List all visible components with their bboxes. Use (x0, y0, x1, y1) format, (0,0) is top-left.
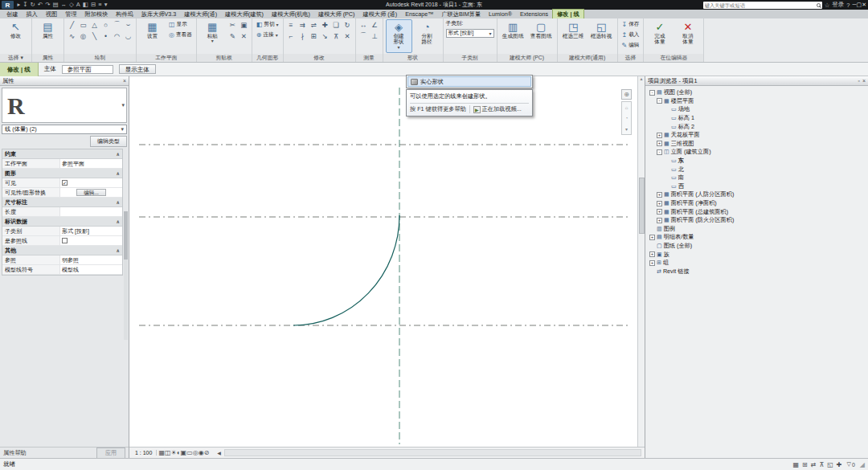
tab-enscape[interactable]: Enscape™ (401, 10, 437, 18)
solid-form-menu-item[interactable]: 实心形状 (407, 76, 531, 87)
open-icon[interactable]: ▸ (18, 1, 21, 8)
model-arc-line[interactable] (293, 215, 399, 325)
prop-value-length[interactable] (60, 207, 122, 216)
tree-item-图纸-(全部)[interactable]: ▢图纸 (全部) (647, 242, 868, 251)
tab-insert[interactable]: 插入 (22, 10, 41, 18)
type-selector[interactable]: R ▾ (2, 88, 127, 123)
box-3d-button[interactable]: ◳框选三维 (560, 19, 587, 53)
tree-item-明细表/数量[interactable]: +▤明细表/数量 (647, 233, 868, 242)
tree-item-Revit-链接[interactable]: ⇄Revit 链接 (647, 267, 868, 276)
sync-icon[interactable]: ↻ (31, 1, 35, 8)
measure-icon[interactable]: ↔ (61, 1, 68, 8)
is-reference-line-checkbox-unchecked[interactable] (62, 238, 68, 243)
delete-clip-icon[interactable]: ✕ (239, 31, 249, 41)
expand-icon[interactable]: + (657, 201, 662, 206)
revit-logo-icon[interactable]: R (2, 1, 14, 9)
array-icon[interactable]: ⊞ (309, 31, 319, 41)
view-sheet-button[interactable]: ▢查看图纸 (528, 19, 555, 53)
face-select-toggle-icon[interactable]: ◱ (827, 461, 833, 468)
tree-item-北[interactable]: ▭北 (647, 165, 868, 174)
load-selection-button[interactable]: ↥载入 (620, 30, 641, 39)
collapse-icon[interactable]: - (649, 90, 655, 96)
tree-item-南[interactable]: ▭南 (647, 174, 868, 182)
chevron-down-icon[interactable]: ▾ (121, 102, 125, 108)
generate-sheet-button[interactable]: ▥生成图纸 (500, 19, 526, 53)
tree-item-三维视图[interactable]: +▦三维视图 (647, 140, 868, 149)
favorites-star-icon[interactable]: ☆ (825, 2, 830, 9)
properties-help-link[interactable]: 属性帮助 (3, 449, 27, 457)
edit-selection-button[interactable]: ✎编辑 (620, 40, 641, 50)
draw-polygon-icon[interactable]: △ (89, 19, 100, 30)
collapse-icon[interactable]: ∧ (116, 170, 120, 176)
draw-fillet-arc-icon[interactable]: ⌣ (123, 19, 133, 30)
trim-icon[interactable]: ⌐ (286, 31, 297, 41)
apply-button[interactable]: 应用 (96, 448, 125, 459)
canvas-vertical-scrollbar[interactable]: ▲ (637, 76, 645, 447)
match-type-icon[interactable]: ✎ (227, 31, 238, 41)
prop-value-visible[interactable]: ✓ (60, 178, 122, 187)
tree-item-视图-(全部)[interactable]: -▤视图 (全部) (647, 88, 868, 97)
collapse-icon[interactable]: ∧ (116, 247, 120, 253)
expand-icon[interactable]: + (649, 260, 655, 266)
tree-item-组[interactable]: +⊞组 (647, 259, 868, 268)
navigation-tool-icon-1[interactable]: ⌂ (625, 105, 628, 110)
mirror-icon[interactable]: ⇌ (309, 19, 319, 30)
navigation-tool-icon-2[interactable]: ◔ (625, 116, 628, 121)
section-icon[interactable]: ⊟ (91, 1, 96, 8)
tree-item-标高-2[interactable]: ▭标高 2 (647, 122, 868, 131)
box-view-button[interactable]: ◱框选转视 (588, 19, 615, 53)
view-scale-button[interactable]: 1 : 100 (131, 450, 157, 456)
tree-item-西[interactable]: ▭西 (647, 182, 868, 191)
prop-value-work-plane[interactable]: 参照平面 (60, 159, 122, 168)
show-work-plane-button[interactable]: ◫显示 (167, 19, 194, 29)
scroll-left-icon[interactable]: ◀ (217, 450, 221, 456)
cut-geometry-button[interactable]: ◧剪切▾ (255, 19, 280, 29)
prop-value-is-reference-line[interactable] (60, 236, 122, 245)
subcategory-select[interactable]: 形式 [投影]▾ (446, 29, 494, 38)
tab-addins[interactable]: 附加模块 (81, 10, 113, 18)
thin-lines-icon[interactable]: ≡ (98, 1, 101, 8)
properties-button[interactable]: ▤属性 (35, 19, 61, 53)
collapse-icon[interactable]: - (657, 149, 662, 155)
tab-component-dock[interactable]: 构件坞 (112, 10, 137, 18)
finish-mass-button[interactable]: ✓完成体量 (646, 19, 673, 53)
collapse-icon[interactable]: ∧ (116, 199, 120, 205)
copy-element-icon[interactable]: ❏ (331, 19, 342, 30)
redo-icon[interactable]: ↷ (45, 1, 50, 8)
pinned-select-toggle-icon[interactable]: ⊼ (819, 461, 824, 468)
draw-circle-icon[interactable]: ○ (100, 19, 111, 30)
float-panel-icon[interactable]: ▫ (858, 78, 859, 84)
temporary-hide-icon[interactable]: ◎ (193, 449, 199, 456)
tab-create[interactable]: 创建 (2, 10, 22, 18)
tree-item-面积平面-(防火分区面积)[interactable]: +▦面积平面 (防火分区面积) (647, 216, 868, 225)
visibility-overrides-button[interactable]: 编辑... (76, 189, 106, 196)
align-icon[interactable]: ≡ (286, 19, 297, 30)
aligned-dimension-icon[interactable]: ⌒ (358, 31, 369, 41)
expand-icon[interactable]: + (657, 133, 662, 138)
expand-icon[interactable]: + (657, 209, 662, 215)
link-select-toggle-icon[interactable]: ⇄ (811, 461, 817, 468)
scroll-up-icon[interactable]: ▲ (640, 76, 644, 81)
scrollbar-thumb[interactable] (639, 178, 645, 234)
reveal-hidden-icon[interactable]: ◉ (199, 449, 204, 456)
tab-glodon-bim[interactable]: 广联达BIM算量 (437, 10, 485, 18)
move-icon[interactable]: ✚ (320, 19, 330, 30)
tab-manage[interactable]: 管理 (61, 10, 80, 18)
draw-point-icon[interactable]: • (100, 31, 111, 41)
cancel-mass-button[interactable]: ✕取消体量 (674, 19, 701, 53)
canvas-horizontal-scrollbar[interactable] (224, 449, 641, 456)
work-plane-viewer-button[interactable]: ◎查看器 (167, 30, 194, 39)
expand-icon[interactable]: + (657, 192, 662, 198)
draw-tangent-arc-icon[interactable]: ◠ (112, 31, 122, 41)
tab-mds-mep[interactable]: 建模大师(机电) (268, 10, 314, 18)
tree-item-立面-(建筑立面)[interactable]: -◫立面 (建筑立面) (647, 148, 868, 157)
close-button[interactable]: ✕ (862, 2, 866, 7)
join-geometry-button[interactable]: ⊕连接▾ (255, 30, 280, 39)
undo-icon[interactable]: ↶ (38, 1, 43, 8)
3d-view-icon[interactable]: ◧ (83, 1, 88, 8)
collapse-icon[interactable]: ∧ (116, 151, 120, 157)
save-selection-button[interactable]: ↧保存 (620, 19, 641, 29)
set-work-plane-button[interactable]: ▦设置 (139, 19, 166, 53)
detail-level-icon[interactable]: ▦ (158, 449, 165, 456)
tree-item-楼层平面[interactable]: -▦楼层平面 (647, 97, 868, 106)
